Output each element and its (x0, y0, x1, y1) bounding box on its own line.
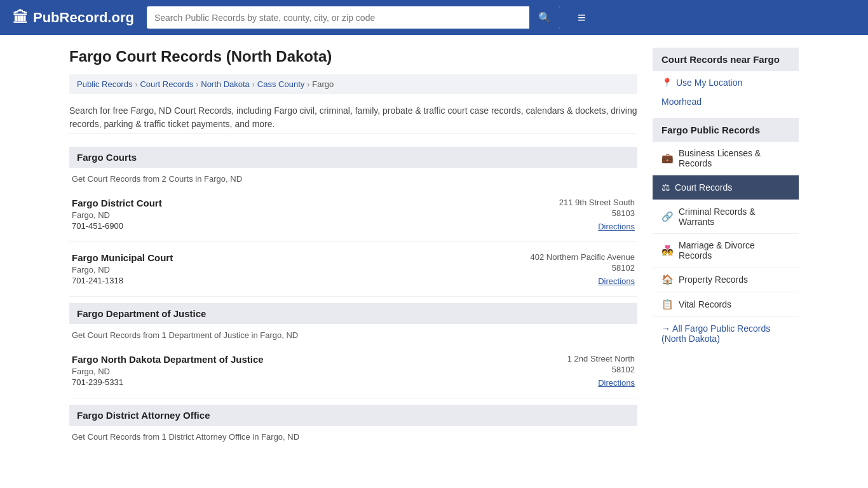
breadcrumb-court-records[interactable]: Court Records (140, 79, 193, 89)
sidebar-item-court[interactable]: ⚖ Court Records (653, 175, 799, 200)
sidebar-item-label-vital: Vital Records (679, 299, 731, 309)
da-section-desc: Get Court Records from 1 District Attorn… (69, 432, 637, 442)
page-title: Fargo Court Records (North Dakota) (69, 48, 637, 65)
sidebar-public-records-title: Fargo Public Records (653, 118, 799, 142)
court-city-district: Fargo, ND (72, 210, 162, 220)
breadcrumb-public-records[interactable]: Public Records (77, 79, 132, 89)
court-city-municipal: Fargo, ND (72, 265, 173, 274)
sidebar-item-label-court: Court Records (675, 182, 732, 193)
sidebar-item-business[interactable]: 💼 Business Licenses & Records (653, 142, 799, 175)
sidebar: Court Records near Fargo 📍 Use My Locati… (653, 48, 799, 451)
sidebar-item-label-criminal: Criminal Records & Warrants (679, 207, 790, 227)
hamburger-icon: ≡ (578, 10, 586, 25)
da-section-header: Fargo District Attorney Office (69, 405, 637, 426)
court-addr-line2-doj: 58102 (567, 365, 635, 374)
court-name-district: Fargo District Court (72, 198, 162, 208)
search-input[interactable] (147, 8, 529, 28)
court-entry-doj: Fargo North Dakota Department of Justice… (69, 349, 637, 398)
search-button[interactable]: 🔍 (529, 6, 560, 29)
search-bar: 🔍 (147, 6, 560, 29)
court-info-doj: Fargo North Dakota Department of Justice… (72, 354, 264, 388)
sidebar-all-records-link[interactable]: → All Fargo Public Records (North Dakota… (653, 317, 799, 350)
court-phone-doj: 701-239-5331 (72, 377, 264, 387)
doj-section-header: Fargo Department of Justice (69, 303, 637, 324)
site-logo[interactable]: 🏛 PubRecord.org (13, 9, 134, 27)
court-addr-line2-district: 58103 (559, 208, 635, 218)
courts-section-desc: Get Court Records from 2 Courts in Fargo… (69, 174, 637, 184)
sidebar-item-property[interactable]: 🏠 Property Records (653, 268, 799, 292)
court-addr-line2-municipal: 58102 (530, 263, 635, 273)
court-info-municipal: Fargo Municipal Court Fargo, ND 701-241-… (72, 252, 173, 286)
hamburger-menu-button[interactable]: ≡ (578, 10, 586, 26)
court-address-municipal: 402 Northern Pacific Avenue 58102 Direct… (530, 252, 635, 286)
business-icon: 💼 (661, 152, 674, 164)
page-description: Search for free Fargo, ND Court Records,… (69, 104, 637, 134)
court-icon: ⚖ (661, 182, 670, 193)
breadcrumb-north-dakota[interactable]: North Dakota (201, 79, 250, 89)
criminal-icon: 🔗 (661, 211, 674, 222)
marriage-icon: 💑 (661, 245, 674, 256)
court-name-doj: Fargo North Dakota Department of Justice (72, 354, 264, 365)
breadcrumb: Public Records › Court Records › North D… (69, 74, 637, 94)
sidebar-item-label-business: Business Licenses & Records (679, 148, 790, 168)
sidebar-nearby-moorhead[interactable]: Moorhead (653, 94, 799, 113)
breadcrumb-sep-3: › (252, 80, 255, 89)
breadcrumb-fargo: Fargo (312, 79, 334, 89)
court-phone-municipal: 701-241-1318 (72, 276, 173, 285)
sidebar-nearby-title: Court Records near Fargo (653, 48, 799, 71)
sidebar-use-location[interactable]: 📍 Use My Location (653, 71, 799, 94)
sidebar-item-vital[interactable]: 📋 Vital Records (653, 292, 799, 317)
court-addr-line1-district: 211 9th Street South (559, 198, 635, 207)
breadcrumb-sep-1: › (135, 80, 137, 89)
breadcrumb-sep-4: › (307, 80, 309, 89)
directions-link-doj[interactable]: Directions (598, 378, 635, 388)
court-city-doj: Fargo, ND (72, 367, 264, 376)
search-icon: 🔍 (538, 12, 551, 23)
sidebar-item-label-marriage: Marriage & Divorce Records (679, 240, 790, 261)
sidebar-item-criminal[interactable]: 🔗 Criminal Records & Warrants (653, 200, 799, 234)
location-icon: 📍 (661, 78, 672, 88)
court-address-district: 211 9th Street South 58103 Directions (559, 198, 635, 231)
use-location-label: Use My Location (676, 78, 742, 88)
breadcrumb-cass-county[interactable]: Cass County (257, 79, 304, 89)
main-content: Fargo Court Records (North Dakota) Publi… (69, 48, 637, 451)
court-phone-district: 701-451-6900 (72, 221, 162, 231)
court-info-district: Fargo District Court Fargo, ND 701-451-6… (72, 198, 162, 231)
directions-link-municipal[interactable]: Directions (598, 276, 635, 286)
breadcrumb-sep-2: › (196, 80, 198, 89)
court-addr-line1-municipal: 402 Northern Pacific Avenue (530, 252, 635, 262)
vital-icon: 📋 (661, 299, 674, 310)
doj-section-desc: Get Court Records from 1 Department of J… (69, 330, 637, 340)
sidebar-item-marriage[interactable]: 💑 Marriage & Divorce Records (653, 234, 799, 268)
court-address-doj: 1 2nd Street North 58102 Directions (567, 354, 635, 388)
directions-link-district[interactable]: Directions (598, 222, 635, 231)
court-entry-district: Fargo District Court Fargo, ND 701-451-6… (69, 193, 637, 242)
sidebar-item-label-property: Property Records (679, 274, 748, 285)
header: 🏛 PubRecord.org 🔍 ≡ (0, 0, 868, 35)
property-icon: 🏠 (661, 274, 674, 285)
court-entry-municipal: Fargo Municipal Court Fargo, ND 701-241-… (69, 247, 637, 297)
main-container: Fargo Court Records (North Dakota) Publi… (59, 35, 809, 463)
logo-icon: 🏛 (13, 9, 28, 27)
court-addr-line1-doj: 1 2nd Street North (567, 354, 635, 363)
courts-section-header: Fargo Courts (69, 147, 637, 168)
logo-text: PubRecord.org (33, 10, 134, 26)
court-name-municipal: Fargo Municipal Court (72, 252, 173, 263)
